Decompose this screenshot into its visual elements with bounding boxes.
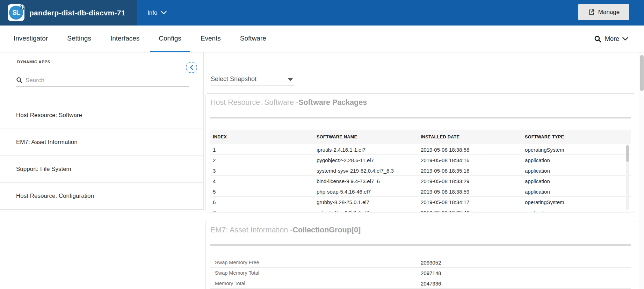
cell-type: application [525, 207, 550, 212]
chevron-down-icon [161, 11, 167, 15]
more-menu-label: More [605, 35, 619, 43]
tab-interfaces[interactable]: Interfaces [102, 26, 148, 52]
dynamic-apps-list: Host Resource: SoftwareEM7: Asset Inform… [0, 102, 204, 210]
chevron-left-icon [189, 65, 194, 70]
search-icon [16, 77, 23, 84]
device-name-title: panderp-dist-db-discvm-71 [29, 0, 125, 26]
snapshot-select[interactable]: Select Snapshot [211, 73, 295, 86]
tab-bar: InvestigatorSettingsInterfacesConfigsEve… [0, 26, 644, 52]
tab-events[interactable]: Events [192, 26, 230, 52]
table-row: 7setools-libs-3.3.8-4.el72019-05-08 18:3… [210, 207, 631, 212]
tab-software[interactable]: Software [231, 26, 275, 52]
table-scrollbar-thumb[interactable] [626, 145, 629, 162]
sidebar-item-em7-asset-information[interactable]: EM7: Asset Information [0, 129, 204, 156]
cell-installed: 2019-05-08 18:38:59 [421, 186, 469, 197]
software-table-header: INDEXSOFTWARE NAMEINSTALLED DATESOFTWARE… [210, 130, 631, 144]
cell-installed: 2019-05-08 18:38:58 [421, 144, 469, 155]
section-title-bold: CollectionGroup[0] [292, 226, 361, 234]
cell-index: 7 [213, 207, 216, 212]
page-scrollbar-thumb[interactable] [640, 55, 644, 91]
more-menu[interactable]: More [594, 26, 628, 52]
cell-type: application [525, 176, 550, 186]
header-left-section: SL 1 panderp-dist-db-discvm-71 [0, 0, 137, 26]
sidebar-item-support-file-system[interactable]: Support: File System [0, 156, 204, 183]
cell-type: application [525, 165, 550, 176]
kv-row: Swap Memory Total2097148 [210, 268, 631, 278]
sidebar-search [16, 74, 189, 87]
software-packages-card: Host Resource: Software -Software Packag… [205, 93, 635, 212]
kv-value: 2097148 [421, 268, 441, 278]
table-row: 4bind-license-9.9.4-73.el7_62019-05-08 1… [210, 176, 631, 186]
info-menu[interactable]: Info [147, 0, 167, 26]
asset-information-card: EM7: Asset Information -CollectionGroup[… [205, 221, 635, 289]
cell-installed: 2019-05-08 18:35:46 [421, 207, 469, 212]
cell-installed: 2019-05-08 18:34:16 [421, 155, 469, 165]
manage-button-label: Manage [598, 9, 620, 16]
dynamic-apps-label: DYNAMIC APPS [17, 60, 50, 64]
table-row: 1iprutils-2.4.16.1-1.el72019-05-08 18:38… [210, 144, 631, 155]
search-input[interactable] [26, 77, 179, 84]
sl1-logo: SL 1 [8, 4, 24, 21]
cell-name: pygobject2-2.28.6-11.el7 [317, 155, 374, 165]
section-title-prefix: EM7: Asset Information - [210, 226, 292, 234]
software-table-body: 1iprutils-2.4.16.1-1.el72019-05-08 18:38… [210, 144, 631, 212]
column-header-software-type: SOFTWARE TYPE [525, 130, 564, 144]
software-section-title: Host Resource: Software -Software Packag… [210, 98, 367, 107]
sl1-logo-badge: 1 [20, 3, 24, 11]
cell-installed: 2019-05-08 18:33:29 [421, 176, 469, 186]
cell-name: grubby-8.28-25.0.1.el7 [317, 197, 369, 207]
table-row: 6grubby-8.28-25.0.1.el72019-05-08 18:34:… [210, 197, 631, 207]
cell-name: systemd-sysv-219-62.0.4.el7_6.3 [317, 165, 394, 176]
manage-button[interactable]: Manage [578, 4, 629, 20]
table-row: 2pygobject2-2.28.6-11.el72019-05-08 18:3… [210, 155, 631, 165]
table-row: 3systemd-sysv-219-62.0.4.el7_6.32019-05-… [210, 165, 631, 176]
cell-index: 5 [213, 186, 216, 197]
app-window: SL 1 panderp-dist-db-discvm-71 Info Mana… [0, 0, 644, 289]
section-title-bold: Software Packages [298, 98, 367, 107]
tab-investigator[interactable]: Investigator [5, 26, 57, 52]
asset-section-title: EM7: Asset Information -CollectionGroup[… [210, 226, 361, 234]
caret-down-icon [288, 78, 293, 81]
column-header-installed-date: INSTALLED DATE [421, 130, 460, 144]
cell-type: application [525, 155, 550, 165]
page-scrollbar[interactable] [639, 52, 644, 289]
kv-value: 2093052 [421, 257, 441, 268]
cell-index: 3 [213, 165, 216, 176]
cell-index: 1 [213, 144, 216, 155]
cell-type: operatingSystem [525, 144, 564, 155]
cell-index: 6 [213, 197, 216, 207]
section-title-prefix: Host Resource: Software - [210, 98, 298, 107]
title-divider [210, 244, 631, 246]
tab-configs[interactable]: Configs [150, 26, 190, 52]
cell-name: iprutils-2.4.16.1-1.el7 [317, 144, 366, 155]
cell-type: operatingSystem [525, 197, 564, 207]
cell-installed: 2019-05-08 18:34:17 [421, 197, 469, 207]
asset-kv-list: Swap Memory Free2093052Swap Memory Total… [210, 257, 631, 289]
kv-label: Memory Total [215, 278, 245, 289]
column-header-software-name: SOFTWARE NAME [317, 130, 357, 144]
search-icon[interactable] [594, 35, 602, 43]
tab-settings[interactable]: Settings [58, 26, 100, 52]
sidebar-item-host-resource-configuration[interactable]: Host Resource: Configuration [0, 183, 204, 210]
external-link-icon [588, 9, 595, 15]
kv-row: Swap Memory Free2093052 [210, 257, 631, 268]
kv-label: Swap Memory Total [215, 268, 259, 278]
sidebar-collapse-button[interactable] [186, 62, 197, 73]
column-header-index: INDEX [213, 130, 227, 144]
info-menu-label: Info [147, 9, 157, 16]
table-scrollbar[interactable] [626, 144, 629, 210]
sidebar-item-host-resource-software[interactable]: Host Resource: Software [0, 102, 204, 129]
cell-type: application [525, 186, 550, 197]
cell-installed: 2019-05-08 18:35:16 [421, 165, 469, 176]
dynamic-apps-sidebar: DYNAMIC APPS Host Resource: SoftwareEM7:… [0, 52, 204, 210]
app-header: SL 1 panderp-dist-db-discvm-71 Info Mana… [0, 0, 644, 26]
chevron-down-icon [622, 37, 628, 41]
kv-row: Memory Total2047336 [210, 278, 631, 289]
tab-list: InvestigatorSettingsInterfacesConfigsEve… [5, 26, 277, 52]
kv-label: Swap Memory Free [215, 257, 259, 268]
snapshot-select-label: Select Snapshot [211, 75, 256, 83]
kv-value: 2047336 [421, 278, 441, 289]
table-row: 5php-soap-5.4.16-46.el72019-05-08 18:38:… [210, 186, 631, 197]
cell-index: 2 [213, 155, 216, 165]
cell-name: bind-license-9.9.4-73.el7_6 [317, 176, 380, 186]
